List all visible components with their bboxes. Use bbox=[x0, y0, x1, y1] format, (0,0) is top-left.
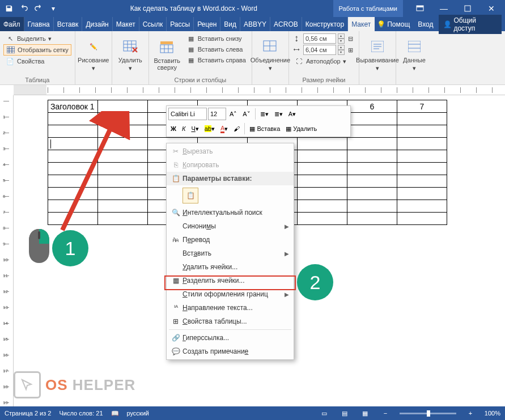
tab-file[interactable]: Файл bbox=[0, 17, 24, 31]
tab-table-design[interactable]: Конструктор bbox=[302, 17, 348, 31]
insert-below-button[interactable]: ▦Вставить снизу bbox=[184, 33, 248, 44]
status-language[interactable]: русский bbox=[127, 410, 149, 417]
table-cell[interactable]: Заголовок 1 bbox=[48, 100, 98, 113]
ctx-cut[interactable]: ✂Вырезать bbox=[167, 145, 294, 158]
read-mode-icon[interactable]: ▭ bbox=[318, 408, 330, 418]
qat-dropdown-icon[interactable]: ▾ bbox=[46, 2, 60, 15]
insert-right-icon: ▦ bbox=[186, 56, 196, 65]
insert-left-icon: ▦ bbox=[186, 45, 196, 54]
horizontal-ruler[interactable] bbox=[14, 85, 505, 95]
tab-review[interactable]: Рецен bbox=[194, 17, 220, 31]
styles-icon[interactable]: A▾ bbox=[286, 108, 298, 120]
ctx-delete-cells[interactable]: Удалить ячейки... bbox=[167, 260, 294, 274]
print-layout-icon[interactable]: ▤ bbox=[338, 408, 351, 418]
tab-insert[interactable]: Вставк bbox=[54, 17, 83, 31]
ctx-smart-lookup[interactable]: 🔍Интеллектуальный поиск bbox=[167, 206, 294, 219]
tab-layout[interactable]: Макет bbox=[113, 17, 139, 31]
table-cell[interactable] bbox=[98, 100, 148, 113]
insert-left-button[interactable]: ▦Вставить слева bbox=[184, 44, 248, 54]
vertical-ruler[interactable]: /*ticks drawn below*/ 123456789101112131… bbox=[0, 95, 14, 414]
numbering-icon[interactable]: ≣▾ bbox=[272, 108, 285, 120]
tab-mailings[interactable]: Рассы bbox=[167, 17, 194, 31]
merge-button[interactable]: Объединение▾ bbox=[256, 33, 285, 75]
tab-view[interactable]: Вид bbox=[220, 17, 240, 31]
chevron-right-icon: ▶ bbox=[285, 223, 289, 230]
tell-me[interactable]: 💡Помощ bbox=[375, 20, 412, 28]
ctx-table-properties[interactable]: ⊞Свойства таблицы... bbox=[167, 315, 294, 328]
ctx-text-direction[interactable]: ᴵᴬНаправление текста... bbox=[167, 301, 294, 315]
tab-home[interactable]: Главна bbox=[24, 17, 54, 31]
zoom-level[interactable]: 100% bbox=[485, 410, 500, 417]
draw-button[interactable]: ✏️Рисование▾ bbox=[79, 33, 108, 75]
properties-button[interactable]: 📄Свойства bbox=[3, 56, 71, 66]
annotation-badge-2: 2 bbox=[297, 264, 333, 300]
ctx-new-comment[interactable]: 💬Создать примечание bbox=[167, 345, 294, 358]
ctx-border-styles[interactable]: Стили оформления границ▶ bbox=[167, 287, 294, 301]
table-cell[interactable]: 6 bbox=[347, 100, 397, 113]
text-direction-icon: ᴵᴬ bbox=[169, 304, 183, 312]
zoom-in-icon[interactable]: + bbox=[464, 408, 477, 418]
format-painter-icon[interactable]: 🖌 bbox=[231, 122, 242, 135]
height-input[interactable]: 0,56 см bbox=[303, 33, 336, 44]
tab-references[interactable]: Ссылк bbox=[139, 17, 167, 31]
zoom-out-icon[interactable]: − bbox=[379, 408, 392, 418]
active-cell[interactable] bbox=[48, 138, 98, 150]
autofit-button[interactable]: ⛶Автоподбор▾ bbox=[292, 56, 355, 66]
ctx-split-cells[interactable]: ▦Разделить ячейки... bbox=[167, 274, 294, 287]
status-page[interactable]: Страница 2 из 2 bbox=[5, 410, 51, 417]
data-button[interactable]: Данные▾ bbox=[400, 33, 429, 75]
size-combo[interactable]: 12 bbox=[208, 108, 226, 120]
row-height[interactable]: ⭥0,56 см▴▾⊟ bbox=[292, 33, 355, 44]
insert-mini-button[interactable]: ▦Вставка bbox=[247, 122, 282, 135]
ctx-hyperlink[interactable]: 🔗Гиперссылка... bbox=[167, 331, 294, 345]
col-width[interactable]: ⭤6,04 см▴▾⊞ bbox=[292, 45, 355, 55]
distribute-cols-icon[interactable]: ⊞ bbox=[346, 45, 355, 54]
alignment-button[interactable]: Выравнивание▾ bbox=[363, 33, 392, 75]
table-cell[interactable]: 7 bbox=[397, 100, 447, 113]
ctx-insert[interactable]: Вставить▶ bbox=[167, 247, 294, 260]
save-icon[interactable] bbox=[2, 2, 16, 15]
tab-abbyy[interactable]: ABBYY bbox=[240, 17, 270, 31]
undo-icon[interactable] bbox=[17, 2, 31, 15]
status-words[interactable]: Число слов: 21 bbox=[59, 410, 103, 417]
width-input[interactable]: 6,04 см bbox=[303, 45, 336, 55]
delete-button[interactable]: Удалить▾ bbox=[116, 33, 145, 75]
insert-right-button[interactable]: ▦Вставить справа bbox=[184, 55, 248, 65]
zoom-slider[interactable] bbox=[400, 413, 456, 414]
ctx-synonyms[interactable]: Синонимы▶ bbox=[167, 219, 294, 233]
delete-mini-button[interactable]: ▦Удалить bbox=[283, 122, 319, 135]
share-button[interactable]: 👤Общий доступ bbox=[439, 15, 502, 34]
italic-icon[interactable]: К bbox=[180, 122, 188, 135]
tab-table-layout[interactable]: Макет bbox=[348, 17, 375, 31]
underline-icon[interactable]: Ч▾ bbox=[189, 122, 201, 135]
tab-acrobat[interactable]: ACROB bbox=[270, 17, 302, 31]
highlight-icon[interactable]: ab▾ bbox=[202, 122, 217, 135]
copy-icon: ⎘ bbox=[169, 161, 183, 169]
ribbon: ↖Выделить▾ Отобразить сетку 📄Свойства Та… bbox=[0, 31, 505, 85]
grow-font-icon[interactable]: A˄ bbox=[227, 108, 239, 120]
bullets-icon[interactable]: ≣▾ bbox=[258, 108, 271, 120]
shrink-font-icon[interactable]: A˅ bbox=[240, 108, 252, 120]
view-gridlines-button[interactable]: Отобразить сетку bbox=[3, 44, 71, 56]
select-button[interactable]: ↖Выделить▾ bbox=[3, 33, 71, 44]
distribute-rows-icon[interactable]: ⊟ bbox=[346, 34, 355, 43]
svg-rect-1 bbox=[417, 6, 423, 7]
font-color-icon[interactable]: A▾ bbox=[218, 122, 230, 135]
height-icon: ⭥ bbox=[292, 34, 302, 43]
ribbon-options-icon[interactable] bbox=[409, 0, 431, 17]
font-combo[interactable]: Calibri Li bbox=[168, 108, 207, 120]
redo-icon[interactable] bbox=[32, 2, 45, 15]
paste-keep-source-icon[interactable]: 📋 bbox=[183, 188, 198, 203]
group-label: Таблица bbox=[3, 75, 71, 83]
tab-design[interactable]: Дизайн bbox=[82, 17, 112, 31]
group-draw: ✏️Рисование▾ bbox=[75, 31, 112, 84]
ctx-translate[interactable]: 🗛Перевод bbox=[167, 233, 294, 247]
insert-above-icon bbox=[158, 38, 176, 56]
bold-icon[interactable]: Ж bbox=[168, 122, 179, 135]
ctx-copy[interactable]: ⎘Копировать bbox=[167, 158, 294, 172]
insert-above-button[interactable]: Вставить сверху bbox=[152, 33, 182, 75]
status-spellcheck-icon[interactable]: 📖 bbox=[111, 410, 119, 417]
sign-in[interactable]: Вход bbox=[415, 20, 435, 28]
web-layout-icon[interactable]: ▦ bbox=[359, 408, 371, 418]
group-label: Размер ячейки bbox=[292, 75, 355, 83]
